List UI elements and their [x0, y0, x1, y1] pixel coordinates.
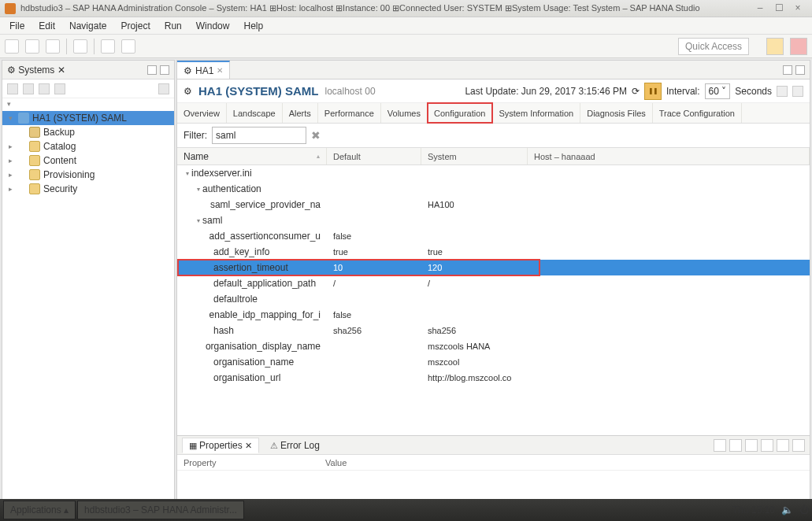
tab-ha1[interactable]: ⚙ HA1 ✕ [177, 61, 230, 79]
table-row[interactable]: default_application_path// [177, 275, 810, 291]
seconds-label: Seconds [735, 86, 772, 97]
add-system-icon[interactable] [7, 83, 18, 94]
subtab-system-information[interactable]: System Information [492, 103, 580, 123]
settings-icon[interactable] [792, 86, 803, 97]
collapse-icon[interactable] [54, 83, 65, 94]
last-update-label: Last Update: Jun 29, 2017 3:15:46 PM [465, 86, 626, 97]
editor-maximize-button[interactable] [795, 65, 805, 75]
volume-icon[interactable]: 🔈 [781, 504, 793, 515]
tree-provisioning[interactable]: ▸Provisioning [2, 168, 174, 182]
table-row[interactable]: saml_service_provider_naHA100 [177, 197, 810, 212]
menu-file[interactable]: File [3, 19, 31, 33]
table-row[interactable]: ▾authentication [177, 181, 810, 197]
perspective-hana-button[interactable] [790, 38, 807, 55]
separator [94, 39, 95, 54]
table-row[interactable]: organisation_display_namemszcools HANA [177, 338, 810, 354]
clock: Thu 15:16 [732, 504, 775, 515]
tree-catalog[interactable]: ▸Catalog [2, 139, 174, 153]
table-row[interactable]: organisation_namemszcool [177, 354, 810, 370]
table-row[interactable]: hashsha256sha256 [177, 323, 810, 338]
systems-tree: ▾HA1 (SYSTEM) SAML Backup ▸Catalog ▸Cont… [2, 109, 174, 503]
maximize-button[interactable]: ☐ [769, 2, 788, 15]
min-icon[interactable] [777, 439, 789, 452]
close-tab-icon[interactable]: ✕ [217, 66, 223, 75]
close-button[interactable]: × [788, 2, 807, 15]
subtab-volumes[interactable]: Volumes [381, 103, 428, 123]
system-icon: ⚙ [184, 65, 192, 76]
chevron-down-icon[interactable]: ▾ [2, 98, 174, 109]
folder-icon[interactable] [23, 83, 34, 94]
col-name[interactable]: Name▴ [177, 148, 327, 164]
view-menu-icon[interactable] [158, 83, 169, 94]
perspective-open-button[interactable] [766, 38, 784, 55]
menu-navigate[interactable]: Navigate [63, 19, 113, 33]
page-title: HA1 (SYSTEM) SAML [198, 84, 319, 98]
app-icon [5, 3, 16, 14]
system-icon: ⚙ [184, 86, 192, 97]
subtab-configuration[interactable]: Configuration [428, 103, 492, 123]
menu-bar: File Edit Navigate Project Run Window He… [0, 17, 812, 35]
window-title: hdbstudio3 – SAP HANA Administration Con… [20, 3, 751, 13]
filter-icon[interactable] [745, 439, 758, 452]
systems-view-title: ⚙ Systems ✕ [7, 65, 65, 76]
table-row[interactable]: assertion_timeout10120 [177, 260, 810, 275]
task-hdbstudio[interactable]: hdbstudio3 – SAP HANA Administr... [77, 501, 244, 519]
filter-input[interactable] [212, 127, 306, 144]
new-button[interactable] [5, 39, 19, 54]
pin-icon[interactable] [714, 439, 726, 452]
subtab-diagnosis-files[interactable]: Diagnosis Files [580, 103, 653, 123]
export-icon[interactable] [777, 86, 788, 97]
view-minimize-button[interactable] [147, 65, 157, 75]
nav-back-button[interactable] [101, 39, 115, 54]
menu-edit[interactable]: Edit [32, 19, 61, 33]
menu-help[interactable]: Help [237, 19, 269, 33]
col-default[interactable]: Default [327, 148, 421, 164]
tab-errorlog[interactable]: ⚠ Error Log [264, 438, 326, 453]
subtab-trace-configuration[interactable]: Trace Configuration [653, 103, 742, 123]
filter-label: Filter: [184, 130, 207, 141]
power-icon[interactable]: ⏻ [799, 504, 809, 515]
pause-button[interactable] [644, 83, 662, 100]
interval-label: Interval: [666, 86, 700, 97]
debug-button[interactable] [73, 39, 87, 54]
link-icon[interactable] [39, 83, 50, 94]
menu-icon[interactable] [761, 439, 773, 452]
tree-backup[interactable]: Backup [2, 125, 174, 139]
host-instance: localhost 00 [325, 86, 376, 97]
menu-run[interactable]: Run [158, 19, 188, 33]
table-row[interactable]: ▾indexserver.ini [177, 165, 810, 181]
refresh-icon[interactable]: ⟳ [632, 86, 640, 97]
table-row[interactable]: ▾saml [177, 212, 810, 228]
menu-project[interactable]: Project [114, 19, 156, 33]
col-value[interactable]: Value [319, 455, 353, 470]
applications-menu[interactable]: Applications ▴ [3, 501, 76, 519]
minimize-button[interactable]: – [751, 2, 769, 15]
view-maximize-button[interactable] [160, 65, 169, 75]
tree-icon[interactable] [729, 439, 742, 452]
col-property[interactable]: Property [177, 455, 319, 470]
tree-content[interactable]: ▸Content [2, 153, 174, 168]
subtab-performance[interactable]: Performance [318, 103, 381, 123]
subtab-overview[interactable]: Overview [177, 103, 227, 123]
subtab-landscape[interactable]: Landscape [227, 103, 283, 123]
table-row[interactable]: add_key_infotruetrue [177, 244, 810, 260]
save-all-button[interactable] [46, 39, 60, 54]
col-host[interactable]: Host – hanaaad [528, 148, 810, 164]
table-row[interactable]: organisation_urlhttp://blog.mszcool.co [177, 370, 810, 386]
subtab-alerts[interactable]: Alerts [283, 103, 318, 123]
clear-filter-icon[interactable]: ✖ [311, 129, 321, 142]
editor-minimize-button[interactable] [783, 65, 792, 75]
interval-select[interactable]: 60 ˅ [705, 83, 731, 99]
quick-access[interactable]: Quick Access [678, 38, 749, 55]
save-button[interactable] [25, 39, 39, 54]
col-system[interactable]: System [421, 148, 528, 164]
tab-properties[interactable]: ▦ Properties ✕ [182, 438, 259, 453]
max-icon[interactable] [792, 439, 805, 452]
table-row[interactable]: enable_idp_mapping_for_ifalse [177, 307, 810, 323]
menu-window[interactable]: Window [190, 19, 236, 33]
table-row[interactable]: add_assertionconsumer_ufalse [177, 228, 810, 244]
tree-system-root[interactable]: ▾HA1 (SYSTEM) SAML [2, 111, 174, 125]
tree-security[interactable]: ▸Security [2, 182, 174, 196]
nav-fwd-button[interactable] [121, 39, 135, 54]
table-row[interactable]: defaultrole [177, 291, 810, 307]
